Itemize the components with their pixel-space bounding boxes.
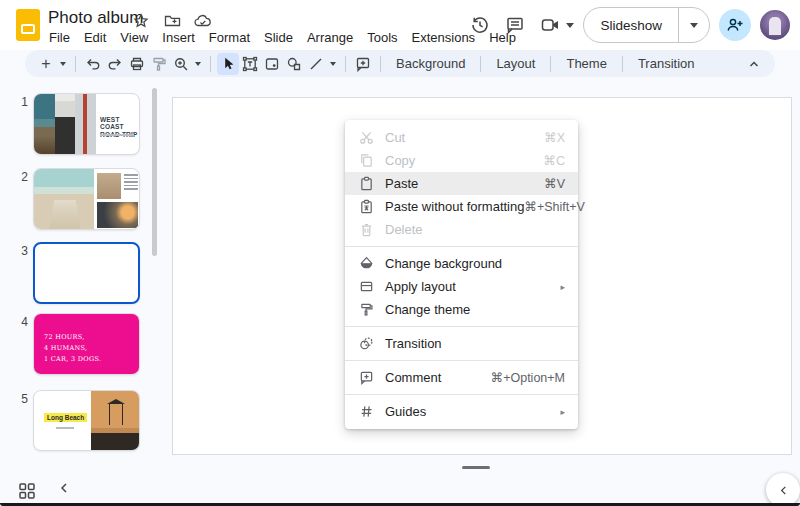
slide-number-3: 3 [14, 244, 28, 258]
paint-roller-icon [358, 302, 374, 318]
layout-icon [358, 279, 374, 295]
toolbar: + [25, 50, 775, 77]
slide-number-2: 2 [14, 170, 28, 184]
hide-side-panel-button[interactable] [766, 473, 800, 506]
insert-line-caret[interactable] [330, 62, 336, 66]
menu-tools[interactable]: Tools [360, 27, 404, 48]
paint-bucket-icon [358, 256, 374, 272]
slideshow-dropdown-caret[interactable] [679, 8, 709, 42]
insert-comment-icon[interactable] [352, 53, 374, 75]
background-button[interactable]: Background [387, 53, 474, 75]
scissors-icon [358, 130, 374, 146]
paint-format-icon[interactable] [148, 53, 170, 75]
context-item-paste-without-formatting[interactable]: Paste without formatting ⌘+Shift+V [345, 195, 578, 218]
transition-icon [358, 336, 374, 352]
copy-icon [358, 153, 374, 169]
context-item-copy[interactable]: Copy ⌘C [345, 149, 578, 172]
menu-view[interactable]: View [113, 27, 155, 48]
menu-arrange[interactable]: Arrange [300, 27, 360, 48]
slideshow-button-group: Slideshow [583, 7, 710, 43]
context-item-change-theme[interactable]: Change theme [345, 298, 578, 321]
context-item-comment[interactable]: Comment ⌘+Option+M [345, 366, 578, 389]
meet-camera-icon[interactable] [537, 12, 563, 38]
redo-icon[interactable] [104, 53, 126, 75]
slideshow-button[interactable]: Slideshow [584, 8, 679, 42]
slide-number-5: 5 [14, 392, 28, 406]
slide-thumbnail-4[interactable]: 72 HOURS, 4 HUMANS, 1 CAR, 3 DOGS. [33, 313, 140, 375]
filmstrip-scrollbar[interactable] [152, 88, 157, 256]
menubar: File Edit View Insert Format Slide Arran… [42, 27, 523, 48]
context-menu: Cut ⌘X Copy ⌘C Paste ⌘V Paste without fo… [345, 120, 578, 429]
google-slides-window: Photo album File Edit View Insert Format… [0, 0, 800, 506]
document-title[interactable]: Photo album [48, 8, 143, 28]
grid-view-icon[interactable] [18, 482, 38, 502]
slide-number-4: 4 [14, 315, 28, 329]
print-icon[interactable] [126, 53, 148, 75]
context-item-transition[interactable]: Transition [345, 332, 578, 355]
new-slide-caret[interactable] [60, 62, 66, 66]
share-button[interactable] [719, 9, 751, 41]
insert-shape-icon[interactable] [283, 53, 305, 75]
theme-button[interactable]: Theme [557, 53, 615, 75]
context-item-paste[interactable]: Paste ⌘V [345, 172, 578, 195]
new-slide-plus-icon[interactable]: + [35, 53, 57, 75]
camera-dropdown-caret[interactable] [566, 23, 574, 28]
speaker-notes-resize-handle[interactable] [462, 466, 490, 469]
insert-line-icon[interactable] [305, 53, 327, 75]
slide-thumbnail-5[interactable]: Long Beach [33, 390, 140, 451]
context-item-delete[interactable]: Delete [345, 218, 578, 241]
menu-file[interactable]: File [42, 27, 77, 48]
insert-image-icon[interactable] [261, 53, 283, 75]
app-header: Photo album File Edit View Insert Format… [0, 0, 800, 50]
comment-add-icon [358, 370, 374, 386]
select-cursor-icon[interactable] [217, 53, 239, 75]
slide-thumbnail-2[interactable] [33, 168, 140, 230]
slide-number-1: 1 [14, 95, 28, 109]
context-item-guides[interactable]: Guides ▸ [345, 400, 578, 423]
version-history-icon[interactable] [467, 12, 493, 38]
guides-hash-icon [358, 404, 374, 420]
paste-clipboard-icon [358, 176, 374, 192]
trash-icon [358, 222, 374, 238]
menu-slide[interactable]: Slide [257, 27, 300, 48]
transition-button[interactable]: Transition [629, 53, 704, 75]
slides-logo-icon[interactable] [16, 9, 40, 41]
menu-format[interactable]: Format [202, 27, 257, 48]
menu-edit[interactable]: Edit [77, 27, 113, 48]
slide-thumbnail-1[interactable]: WEST COASTROAD TRIP [33, 93, 140, 155]
slide-thumbnail-3-selected[interactable] [33, 242, 140, 304]
paste-without-formatting-icon [358, 199, 374, 215]
layout-button[interactable]: Layout [487, 53, 544, 75]
context-item-cut[interactable]: Cut ⌘X [345, 126, 578, 149]
submenu-arrow-icon: ▸ [560, 282, 565, 292]
collapse-toolbar-chevron-icon[interactable] [743, 53, 765, 75]
text-box-icon[interactable] [239, 53, 261, 75]
context-item-change-background[interactable]: Change background [345, 252, 578, 275]
comments-icon[interactable] [502, 12, 528, 38]
undo-icon[interactable] [82, 53, 104, 75]
menu-insert[interactable]: Insert [155, 27, 202, 48]
account-avatar[interactable] [760, 10, 790, 40]
zoom-icon[interactable] [170, 53, 192, 75]
collapse-filmstrip-chevron-icon[interactable] [58, 482, 70, 494]
context-item-apply-layout[interactable]: Apply layout ▸ [345, 275, 578, 298]
zoom-caret[interactable] [195, 62, 201, 66]
